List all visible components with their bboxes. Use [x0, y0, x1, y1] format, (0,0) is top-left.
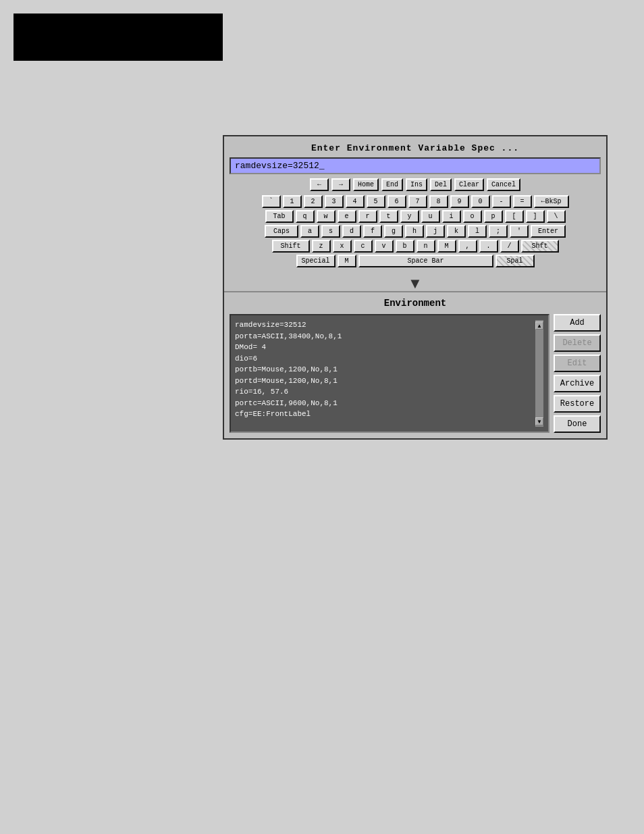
key-a[interactable]: a [300, 225, 319, 238]
add-button[interactable]: Add [554, 314, 601, 332]
key-4[interactable]: 4 [346, 195, 365, 208]
kbd-row-5: Special M Space Bar Sp​al [230, 255, 601, 267]
nav-right-btn[interactable]: → [331, 178, 350, 191]
nav-cancel-btn[interactable]: Cancel [487, 178, 520, 191]
dialog-title: Enter Environment Variable Spec ... [230, 140, 601, 157]
nav-ins-btn[interactable]: Ins [406, 178, 427, 191]
key-t[interactable]: t [379, 210, 398, 223]
list-item[interactable]: dio=6 [235, 353, 535, 365]
key-q[interactable]: q [296, 210, 315, 223]
list-item[interactable]: porta=ASCII,38400,No,8,1 [235, 331, 535, 342]
key-shift-left[interactable]: Shift [272, 240, 310, 253]
key-slash[interactable]: / [500, 240, 519, 253]
key-6[interactable]: 6 [387, 195, 406, 208]
key-semicolon[interactable]: ; [489, 225, 508, 238]
env-buttons: Add Delete Edit Archive Restore Done [554, 314, 601, 433]
key-g[interactable]: g [384, 225, 403, 238]
env-list-text: ramdevsize=32512 porta=ASCII,38400,No,8,… [235, 319, 535, 427]
key-v[interactable]: v [375, 240, 394, 253]
env-scrollbar: ▲ ▼ [535, 319, 544, 427]
key-comma[interactable]: , [458, 240, 477, 253]
key-x[interactable]: x [333, 240, 352, 253]
key-backspace[interactable]: ←BkSp [534, 195, 569, 208]
nav-clear-btn[interactable]: Clear [454, 178, 484, 191]
main-dialog: Enter Environment Variable Spec ... ramd… [223, 135, 608, 440]
key-5[interactable]: 5 [367, 195, 385, 208]
list-item[interactable]: rio=16, 57.6 [235, 386, 535, 398]
scroll-up-arrow[interactable]: ▲ [535, 321, 543, 330]
nav-row: ← → Home End Ins Del Clear Cancel [230, 178, 601, 191]
key-e[interactable]: e [338, 210, 356, 223]
key-enter[interactable]: Enter [531, 225, 566, 238]
nav-del-btn[interactable]: Del [430, 178, 452, 191]
key-backtick[interactable]: ` [262, 195, 281, 208]
kbd-row-3: Caps a s d f g h j k l ; ' Enter [230, 225, 601, 238]
list-item[interactable]: portb=Mouse,1200,No,8,1 [235, 364, 535, 375]
key-lbracket[interactable]: [ [505, 210, 524, 223]
key-j[interactable]: j [426, 225, 445, 238]
kbd-row-1: ` 1 2 3 4 5 6 7 8 9 0 - = ←BkSp [230, 195, 601, 208]
key-shift-right[interactable]: Sh​ft [521, 240, 559, 253]
list-item[interactable]: portc=ASCII,9600,No,8,1 [235, 398, 535, 409]
down-arrow-indicator: ▼ [224, 276, 606, 291]
key-d[interactable]: d [342, 225, 361, 238]
key-2[interactable]: 2 [304, 195, 323, 208]
key-special-left[interactable]: Special [296, 255, 336, 267]
key-rbracket[interactable]: ] [526, 210, 545, 223]
scroll-down-arrow[interactable]: ▼ [535, 417, 543, 425]
kbd-row-2: Tab q w e r t y u i o p [ ] \ [230, 210, 601, 223]
key-i[interactable]: i [442, 210, 461, 223]
key-8[interactable]: 8 [429, 195, 448, 208]
key-3[interactable]: 3 [325, 195, 344, 208]
list-item[interactable]: portd=Mouse,1200,No,8,1 [235, 375, 535, 387]
key-quote[interactable]: ' [510, 225, 529, 238]
key-0[interactable]: 0 [471, 195, 490, 208]
key-z[interactable]: z [312, 240, 331, 253]
kbd-row-4: Shift z x c v b n M , . / Sh​ft [230, 240, 601, 253]
nav-end-btn[interactable]: End [381, 178, 403, 191]
key-p[interactable]: p [484, 210, 503, 223]
key-c[interactable]: c [354, 240, 373, 253]
key-9[interactable]: 9 [450, 195, 469, 208]
key-1[interactable]: 1 [283, 195, 302, 208]
edit-button[interactable]: Edit [554, 355, 601, 372]
key-w[interactable]: w [317, 210, 336, 223]
list-item[interactable]: ramdevsize=32512 [235, 319, 535, 331]
key-minus[interactable]: - [492, 195, 511, 208]
env-section: Environment ramdevsize=32512 porta=ASCII… [224, 291, 606, 438]
key-f[interactable]: f [363, 225, 382, 238]
key-k[interactable]: k [447, 225, 466, 238]
key-u[interactable]: u [421, 210, 440, 223]
key-h[interactable]: h [405, 225, 424, 238]
key-l[interactable]: l [468, 225, 487, 238]
key-tab[interactable]: Tab [265, 210, 294, 223]
key-period[interactable]: . [479, 240, 498, 253]
list-item[interactable]: cfg=EE:FrontLabel [235, 409, 535, 420]
key-o[interactable]: o [463, 210, 482, 223]
key-equals[interactable]: = [513, 195, 532, 208]
key-s[interactable]: s [321, 225, 340, 238]
input-field[interactable]: ramdevsize=32512_ [230, 157, 601, 174]
done-button[interactable]: Done [554, 415, 601, 433]
delete-button[interactable]: Delete [554, 334, 601, 352]
key-m[interactable]: M [437, 240, 456, 253]
key-r[interactable]: r [358, 210, 377, 223]
key-caps[interactable]: Caps [265, 225, 298, 238]
key-special-right[interactable]: Sp​al [495, 255, 535, 267]
key-b[interactable]: b [396, 240, 414, 253]
list-item[interactable]: DMod= 4 [235, 342, 535, 353]
archive-button[interactable]: Archive [554, 375, 601, 392]
key-7[interactable]: 7 [408, 195, 427, 208]
env-body: ramdevsize=32512 porta=ASCII,38400,No,8,… [230, 314, 601, 433]
restore-button[interactable]: Restore [554, 395, 601, 413]
keyboard-section: Enter Environment Variable Spec ... ramd… [224, 136, 606, 276]
key-n[interactable]: n [417, 240, 435, 253]
key-y[interactable]: y [400, 210, 419, 223]
top-banner [14, 14, 223, 61]
key-spacebar[interactable]: Space Bar [358, 255, 493, 267]
env-title: Environment [230, 298, 601, 309]
nav-home-btn[interactable]: Home [353, 178, 379, 191]
key-m2[interactable]: M [338, 255, 356, 267]
nav-left-btn[interactable]: ← [310, 178, 329, 191]
key-backslash[interactable]: \ [547, 210, 566, 223]
